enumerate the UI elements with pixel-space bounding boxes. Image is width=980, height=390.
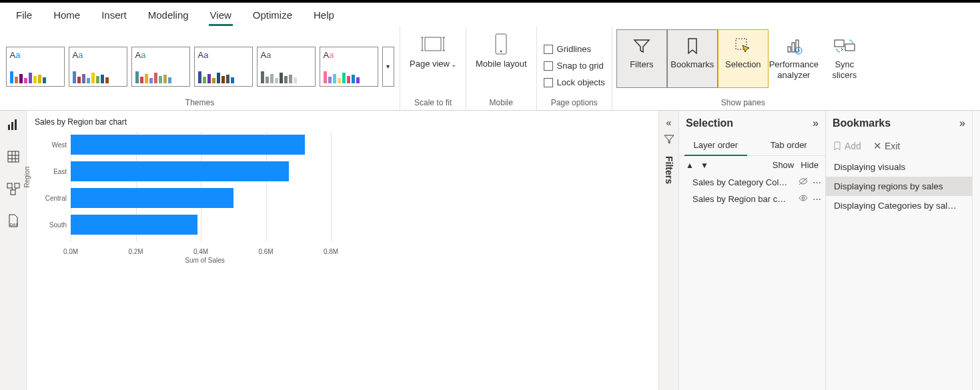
svg-rect-15	[845, 44, 855, 51]
report-canvas[interactable]: Sales by Region bar chart Region 0.0M0.2…	[27, 111, 658, 390]
theme-thumbnail[interactable]: Aa	[257, 47, 316, 87]
bookmark-item[interactable]: Displaying regions by sales	[826, 177, 972, 196]
expand-filters-icon[interactable]: «	[666, 117, 672, 128]
selection-pane-button[interactable]: Selection	[718, 29, 769, 88]
collapse-bookmarks-icon[interactable]: »	[959, 117, 965, 129]
mobile-icon	[488, 32, 514, 56]
tab-tab-order[interactable]: Tab order	[753, 135, 826, 155]
theme-sample-text: Aa	[135, 50, 186, 60]
show-button[interactable]: Show	[773, 160, 795, 170]
svg-rect-18	[15, 119, 17, 130]
move-up-icon[interactable]: ▲	[686, 161, 694, 170]
svg-rect-19	[8, 151, 19, 162]
performance-pane-button[interactable]: Performance analyzer	[769, 29, 819, 88]
selection-pane: Selection » Layer order Tab order ▲ ▼ Sh…	[678, 111, 825, 390]
bar[interactable]	[71, 135, 305, 155]
mobile-layout-button[interactable]: Mobile layout	[470, 29, 532, 70]
x-axis-title: Sum of Sales	[71, 257, 339, 264]
move-down-icon[interactable]: ▼	[700, 161, 708, 170]
gridlines-checkbox[interactable]: Gridlines	[541, 43, 594, 55]
filters-pane-button[interactable]: Filters	[616, 29, 667, 88]
chevron-down-icon: ⌄	[451, 60, 456, 69]
hide-button[interactable]: Hide	[801, 160, 819, 170]
mobile-group-label: Mobile	[490, 97, 513, 110]
lock-checkbox[interactable]: Lock objects	[541, 76, 608, 89]
svg-rect-10	[788, 47, 791, 52]
bar-category-label: West	[51, 141, 67, 149]
funnel-icon	[630, 34, 654, 58]
menubar: File Home Insert Modeling View Optimize …	[0, 3, 980, 27]
selection-item[interactable]: Sales by Category Col…⋯	[679, 174, 825, 191]
selection-item[interactable]: Sales by Region bar c…⋯	[679, 191, 825, 207]
theme-sample-text: Aa	[324, 50, 374, 60]
theme-color-bars	[73, 70, 123, 83]
menu-file[interactable]: File	[5, 5, 43, 25]
dax-view-icon[interactable]: DAX	[6, 213, 21, 228]
data-view-icon[interactable]	[6, 149, 21, 164]
add-label: Add	[845, 141, 861, 151]
theme-thumbnail[interactable]: Aa	[320, 47, 378, 87]
themes-dropdown[interactable]: ▾	[382, 47, 394, 87]
filters-collapsed-label: Filters	[664, 156, 674, 184]
theme-thumbnail[interactable]: Aa	[6, 47, 65, 87]
bookmark-add-icon	[833, 141, 842, 151]
menu-view[interactable]: View	[199, 5, 242, 25]
bar[interactable]	[71, 188, 233, 208]
filters-pane-collapsed: « Filters	[658, 111, 678, 390]
more-options-icon[interactable]: ⋯	[813, 177, 821, 187]
model-view-icon[interactable]	[6, 181, 21, 196]
report-view-icon[interactable]	[6, 117, 21, 132]
chart-visual[interactable]: Sales by Region bar chart Region 0.0M0.2…	[32, 116, 339, 264]
themes-group-label: Themes	[185, 97, 214, 110]
bar[interactable]	[71, 215, 197, 235]
chart-plot-area: 0.0M0.2M0.4M0.6M0.8MWestEastCentralSouth	[71, 132, 339, 255]
menu-home[interactable]: Home	[43, 5, 91, 25]
menu-insert[interactable]: Insert	[91, 5, 137, 25]
menu-optimize[interactable]: Optimize	[242, 5, 303, 25]
page-view-button[interactable]: Page view⌄	[404, 29, 462, 70]
gridlines-label: Gridlines	[557, 44, 591, 54]
bookmarks-pane-button[interactable]: Bookmarks	[667, 29, 718, 88]
exit-bookmark-button[interactable]: ✕ Exit	[873, 140, 900, 152]
menu-help[interactable]: Help	[303, 5, 345, 25]
bar-row: Central	[71, 188, 233, 208]
exit-label: Exit	[885, 141, 900, 151]
snap-checkbox[interactable]: Snap to grid	[541, 59, 606, 72]
theme-color-bars	[261, 70, 312, 83]
theme-thumbnail[interactable]: Aa	[131, 47, 190, 87]
gridline	[331, 132, 332, 241]
bar-category-label: East	[53, 168, 67, 175]
right-edge-strip	[972, 111, 980, 390]
left-rail: DAX	[0, 111, 27, 390]
theme-color-bars	[10, 70, 61, 83]
x-tick-label: 0.6M	[258, 248, 273, 255]
svg-rect-26	[11, 190, 15, 195]
menu-modeling[interactable]: Modeling	[137, 5, 199, 25]
bookmark-item[interactable]: Displaying Categories by sal…	[826, 196, 972, 215]
add-bookmark-button[interactable]: Add	[833, 141, 861, 151]
eye-hidden-icon[interactable]	[798, 177, 809, 188]
tab-layer-order[interactable]: Layer order	[679, 135, 753, 155]
bar-row: South	[71, 215, 197, 235]
theme-thumbnail[interactable]: Aa	[69, 47, 127, 87]
more-options-icon[interactable]: ⋯	[813, 194, 821, 204]
show-panes-group-label: Show panes	[721, 97, 765, 110]
collapse-selection-icon[interactable]: »	[813, 117, 819, 129]
svg-rect-16	[8, 125, 10, 130]
sync-slicers-button[interactable]: Sync slicers	[819, 29, 870, 88]
svg-point-31	[802, 197, 805, 199]
eye-visible-icon[interactable]	[798, 193, 809, 205]
selection-pane-title: Selection	[686, 117, 733, 129]
filters-label: Filters	[630, 59, 653, 70]
theme-color-bars	[135, 70, 186, 83]
ribbon: AaAaAaAaAaAa ▾ Themes Page view⌄ Scale t…	[0, 27, 980, 111]
theme-thumbnail[interactable]: Aa	[194, 47, 253, 87]
y-axis-title: Region	[23, 166, 31, 187]
theme-color-bars	[198, 70, 249, 83]
bar[interactable]	[71, 161, 289, 181]
ribbon-group-scale: Page view⌄ Scale to fit	[400, 27, 466, 110]
selection-item-label: Sales by Category Col…	[692, 177, 794, 187]
svg-rect-24	[7, 183, 12, 188]
checkbox-icon	[544, 61, 553, 71]
bookmark-item[interactable]: Displaying visuals	[826, 157, 972, 177]
